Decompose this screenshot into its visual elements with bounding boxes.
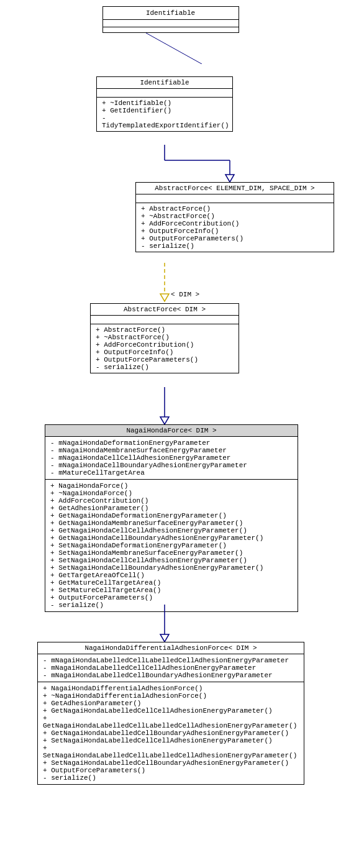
method-item: + AddForceContribution() — [50, 497, 293, 505]
nagai-honda-methods: + NagaiHondaForce() + ~NagaiHondaForce()… — [45, 480, 298, 611]
method-item: - serialize() — [141, 242, 329, 250]
field-item: - mNagaiHondaCellCellAdhesionEnergyParam… — [50, 454, 293, 462]
svg-marker-6 — [160, 294, 169, 301]
method-item: + OutputForceParameters() — [50, 594, 293, 601]
nagai-honda-diff-box: NagaiHondaDifferentialAdhesionForce< DIM… — [37, 642, 304, 785]
method-item: + AbstractForce() — [96, 326, 234, 334]
method-item: - serialize() — [43, 774, 299, 782]
nagai-honda-title: NagaiHondaForce< DIM > — [45, 425, 298, 437]
method-item: + SetNagaiHondaMembraneSurfaceEnergyPara… — [50, 549, 293, 557]
method-item: + GetAdhesionParameter() — [50, 505, 293, 512]
field-item: - mNagaiHondaLabelledCellCellAdhesionEne… — [43, 664, 299, 672]
method-item: - serialize() — [96, 363, 234, 371]
method-item: + OutputForceParameters() — [43, 767, 299, 774]
method-item: + GetNagaiHondaLabelledCellBoundaryAdhes… — [43, 729, 299, 737]
abstractforce-dim-title: AbstractForce< DIM > — [91, 304, 239, 316]
method-item: + ~NagaiHondaForce() — [50, 490, 293, 497]
method-item: + GetNagaiHondaDeformationEnergyParamete… — [50, 512, 293, 519]
method-item: + OutputForceInfo() — [96, 349, 234, 356]
method-item: + ~NagaiHondaDifferentialAdhesionForce() — [43, 692, 299, 700]
main-diagram: Identifiable + ~Identifiable() + GetIden… — [0, 70, 341, 868]
method-item: + SetNagaiHondaCellCellAdhesionEnergyPar… — [50, 557, 293, 564]
method-item: + ~AbstractForce() — [96, 334, 234, 341]
method-item: + GetIdentifier() — [102, 107, 227, 114]
svg-marker-4 — [225, 175, 234, 182]
method-item: + OutputForceParameters() — [141, 235, 329, 242]
svg-marker-8 — [160, 417, 169, 424]
method-item: + GetNagaiHondaCellBoundaryAdhesionEnerg… — [50, 534, 293, 542]
abstractforce-full-box: AbstractForce< ELEMENT_DIM, SPACE_DIM > … — [135, 182, 334, 252]
method-item: + SetNagaiHondaLabelledCellBoundaryAdhes… — [43, 759, 299, 767]
identifiable-empty-section — [103, 20, 239, 27]
method-item: + GetNagaiHondaMembraneSurfaceEnergyPara… — [50, 519, 293, 527]
identifiable-box: Identifiable — [102, 6, 239, 33]
abstractforce-dim-box: AbstractForce< DIM > + AbstractForce() +… — [90, 303, 239, 373]
identifiable-title: Identifiable — [103, 7, 239, 20]
method-item: + GetMatureCellTargetArea() — [50, 579, 293, 587]
field-item: - mNagaiHondaDeformationEnergyParameter — [50, 439, 293, 447]
identifiable-title: Identifiable — [97, 77, 232, 89]
method-item: - serialize() — [50, 601, 293, 609]
abstractforce-full-empty — [136, 194, 334, 203]
nagai-honda-fields: - mNagaiHondaDeformationEnergyParameter … — [45, 437, 298, 480]
method-item: + OutputForceParameters() — [96, 356, 234, 363]
identifiable-empty — [97, 89, 232, 98]
abstractforce-dim-empty — [91, 316, 239, 324]
method-item: + GetNagaiHondaLabelledCellCellAdhesionE… — [43, 707, 299, 715]
method-item: + SetNagaiHondaDeformationEnergyParamete… — [50, 542, 293, 549]
diagram-container: Identifiable — [0, 0, 341, 70]
method-item: + NagaiHondaDifferentialAdhesionForce() — [43, 685, 299, 692]
nagai-honda-diff-fields: - mNagaiHondaLabelledCellLabelledCellAdh… — [38, 654, 304, 682]
abstractforce-dim-methods: + AbstractForce() + ~AbstractForce() + A… — [91, 324, 239, 373]
method-item: + AddForceContribution() — [96, 341, 234, 349]
field-item: - mNagaiHondaLabelledCellBoundaryAdhesio… — [43, 672, 299, 679]
method-item: + SetNagaiHondaLabelledCellLabelledCellA… — [43, 744, 299, 759]
field-item: - mMatureCellTargetArea — [50, 469, 293, 477]
method-item: + ~Identifiable() — [102, 99, 227, 107]
svg-line-0 — [146, 33, 202, 64]
identifiable-box: Identifiable + ~Identifiable() + GetIden… — [96, 76, 233, 132]
svg-marker-10 — [160, 634, 169, 642]
method-item: - TidyTemplatedExportIdentifier() — [102, 114, 227, 129]
method-item: + GetNagaiHondaCellCellAdhesionEnergyPar… — [50, 527, 293, 534]
identifiable-methods: + ~Identifiable() + GetIdentifier() - Ti… — [97, 98, 232, 131]
field-item: - mNagaiHondaMembraneSurfaceEnergyParame… — [50, 447, 293, 454]
abstractforce-full-title: AbstractForce< ELEMENT_DIM, SPACE_DIM > — [136, 183, 334, 194]
method-item: + OutputForceInfo() — [141, 227, 329, 235]
method-item: + GetAdhesionParameter() — [43, 700, 299, 707]
field-item: - mNagaiHondaCellBoundaryAdhesionEnergyP… — [50, 462, 293, 469]
nagai-honda-force-box: NagaiHondaForce< DIM > - mNagaiHondaDefo… — [45, 424, 298, 612]
method-item: + GetNagaiHondaLabelledCellLabelledCellA… — [43, 715, 299, 729]
connector-identifiable-abstract — [78, 33, 264, 64]
method-item: + SetMatureCellTargetArea() — [50, 587, 293, 594]
abstractforce-full-methods: + AbstractForce() + ~AbstractForce() + A… — [136, 203, 334, 252]
method-item: + SetNagaiHondaCellBoundaryAdhesionEnerg… — [50, 564, 293, 572]
method-item: + NagaiHondaForce() — [50, 482, 293, 490]
method-item: + ~AbstractForce() — [141, 212, 329, 220]
dim-label: < DIM > — [171, 291, 199, 298]
method-item: + GetTargetAreaOfCell() — [50, 572, 293, 579]
method-item: + SetNagaiHondaLabelledCellCellAdhesionE… — [43, 737, 299, 744]
method-item: + AddForceContribution() — [141, 220, 329, 227]
nagai-honda-diff-methods: + NagaiHondaDifferentialAdhesionForce() … — [38, 682, 304, 784]
identifiable-methods-section — [103, 27, 239, 32]
field-item: - mNagaiHondaLabelledCellLabelledCellAdh… — [43, 657, 299, 664]
method-item: + AbstractForce() — [141, 205, 329, 212]
nagai-honda-diff-title: NagaiHondaDifferentialAdhesionForce< DIM… — [38, 642, 304, 654]
